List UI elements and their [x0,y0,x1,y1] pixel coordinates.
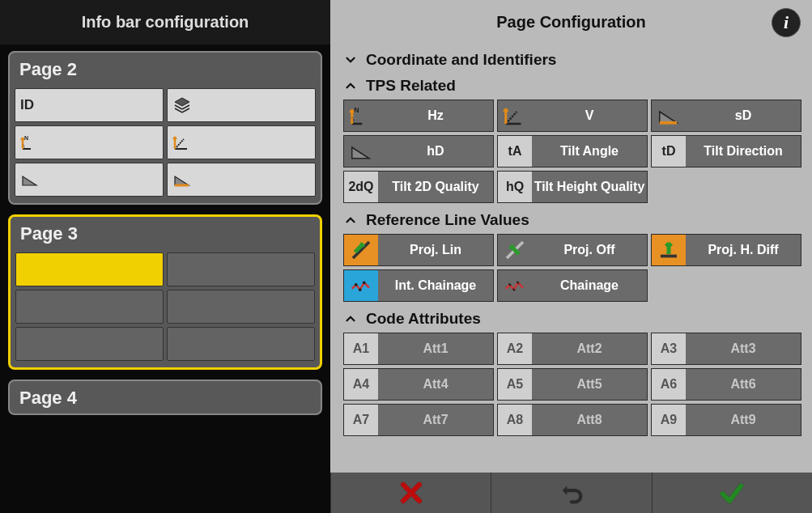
config-tile[interactable]: A8Att8 [497,404,648,436]
chevron-up-icon [343,78,358,93]
svg-point-3 [359,288,362,291]
section-title: Code Attributes [366,310,481,328]
left-panel-title: Info bar configuration [0,0,330,45]
page-slot[interactable]: N [15,125,164,159]
tile-label: Att3 [686,333,801,364]
config-tile[interactable]: hQTilt Height Quality [497,171,648,203]
slot-label: ID [20,97,34,113]
tile-icon-text: hQ [498,172,532,202]
page-slot[interactable] [15,163,164,197]
confirm-button[interactable] [652,473,812,513]
page-slot[interactable] [167,88,316,122]
angle-hz-icon: N [20,133,40,152]
section-title: Coordinate and Identifiers [366,51,556,69]
tile-label: Proj. Lin [378,235,493,265]
info-button[interactable]: i [772,8,801,37]
tile-label: Proj. H. Diff [686,235,801,265]
section-title: TPS Related [366,77,456,95]
config-tile[interactable]: A1Att1 [343,333,494,365]
page-slot[interactable] [167,290,315,324]
tile-icon-text: A9 [652,405,686,435]
config-tile[interactable]: tDTilt Direction [651,135,801,167]
svg-point-4 [363,281,366,284]
tile-label: Tilt Direction [686,136,801,167]
angle-v-icon [498,100,532,131]
config-tile[interactable]: NHz [343,100,494,132]
page-slot[interactable] [15,327,164,361]
page-card[interactable]: Page 3 [8,214,322,370]
section-header[interactable]: TPS Related [343,74,804,100]
config-tile[interactable]: Proj. Off [497,234,648,266]
page-slot[interactable] [15,290,164,324]
page-slot[interactable] [167,327,315,361]
chevron-down-icon [343,53,358,67]
config-tile[interactable]: A3Att3 [651,333,801,365]
undo-button[interactable] [491,473,651,513]
page-slot[interactable] [15,252,164,286]
page-slot-grid: IDN [10,85,321,203]
section-title: Reference Line Values [366,211,529,229]
section-header[interactable]: Reference Line Values [343,208,804,234]
tile-label: Chainage [532,270,647,301]
undo-icon [555,479,588,507]
proj-lin-icon [344,235,378,265]
slope-color-icon [172,170,192,189]
slope-icon [344,136,378,167]
page-slot[interactable]: ID [15,88,164,122]
cross-icon [397,479,425,507]
section-header[interactable]: Code Attributes [343,307,804,333]
tile-label: Tilt 2D Quality [378,172,493,202]
config-tile[interactable]: sD [651,100,801,132]
page-card-title: Page 2 [10,53,321,85]
tile-label: Att5 [532,369,647,400]
config-tile[interactable]: 2dQTilt 2D Quality [343,171,494,203]
tile-icon-text: A7 [344,405,378,435]
page-slot[interactable] [167,125,316,159]
tile-label: Att2 [532,333,647,364]
config-tile[interactable]: hD [343,135,494,167]
bottom-bar [0,473,812,513]
config-tile[interactable]: A6Att6 [651,368,801,401]
page-card[interactable]: Page 2IDN [8,51,322,205]
tile-label: Att7 [378,405,493,435]
tile-icon-text: A6 [652,369,686,400]
tile-label: hD [378,136,493,167]
config-tile[interactable]: Int. Chainage [343,269,494,302]
chainage-icon [498,270,532,301]
left-panel: Info bar configuration Page 2IDNPage 3Pa… [0,0,330,473]
tile-icon-text: A8 [498,405,532,435]
config-tile[interactable]: Proj. H. Diff [651,234,801,266]
tile-label: Proj. Off [532,235,647,265]
cancel-button[interactable] [330,473,491,513]
tile-label: Att4 [378,369,493,400]
tile-label: V [532,100,647,131]
config-tile[interactable]: tATilt Angle [497,135,648,167]
page-card[interactable]: Page 4 [8,379,322,415]
page-slot[interactable] [167,163,316,197]
config-tile[interactable]: A7Att7 [343,404,494,436]
tile-label: sD [686,100,801,131]
config-tile[interactable]: A5Att5 [497,368,648,401]
tile-icon-text: tA [498,136,532,167]
tile-icon-text: tD [652,136,686,167]
config-tile[interactable]: A4Att4 [343,368,494,401]
config-tile[interactable]: Chainage [497,269,648,302]
config-tile[interactable]: Proj. Lin [343,234,494,266]
config-tile[interactable]: A9Att9 [651,404,801,436]
proj-hdiff-icon [652,235,686,265]
section-header[interactable]: Coordinate and Identifiers [343,48,804,74]
page-slot[interactable] [167,252,315,286]
config-tile[interactable]: V [497,100,648,132]
tile-icon-text: A2 [498,333,532,364]
svg-text:N: N [354,106,359,114]
bottom-bar-left-spacer [0,473,330,513]
tile-icon-text: A4 [344,369,378,400]
tile-label: Att6 [686,369,801,400]
page-slot-grid [11,249,320,367]
chevron-up-icon [343,312,358,326]
chevron-up-icon [343,213,358,227]
tiles-row: Proj. LinProj. OffProj. H. DiffInt. Chai… [343,234,804,302]
config-tile[interactable]: A2Att2 [497,333,648,365]
tile-label: Tilt Height Quality [532,172,647,202]
right-sections-container: Coordinate and IdentifiersTPS RelatedNHz… [330,45,812,473]
